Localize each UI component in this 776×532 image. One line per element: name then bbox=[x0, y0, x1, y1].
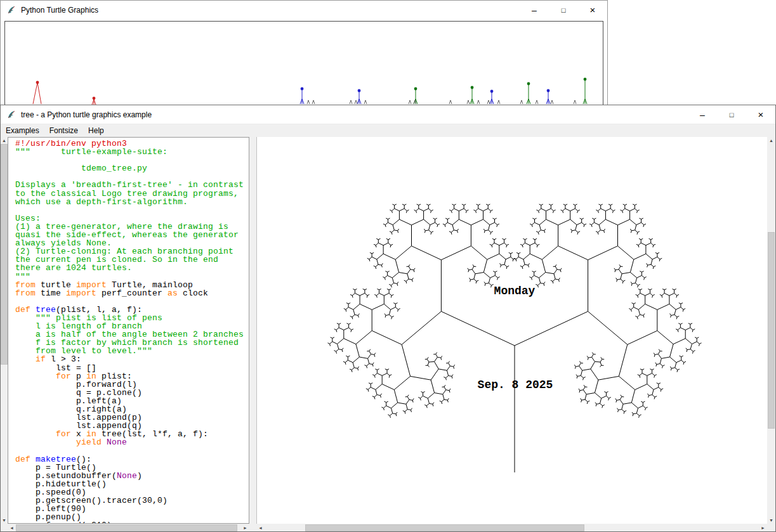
tk-feather-icon bbox=[6, 110, 16, 120]
menu-item-examples[interactable]: Examples bbox=[1, 125, 44, 136]
canvas-vscroll-thumb[interactable] bbox=[768, 232, 775, 429]
turtle-tick bbox=[449, 100, 452, 104]
turtle-canvas-svg: MondaySep. 8 2025 bbox=[257, 137, 768, 524]
scroll-down-icon[interactable]: ▼ bbox=[767, 517, 775, 524]
front-close-button[interactable]: × bbox=[746, 105, 775, 124]
scroll-up-icon[interactable]: ▲ bbox=[767, 137, 775, 144]
canvas-label: Monday bbox=[494, 285, 536, 297]
scroll-down-icon[interactable]: ▼ bbox=[1, 517, 8, 524]
turtle-sprite bbox=[92, 97, 96, 105]
scrollbar-corner bbox=[767, 524, 775, 532]
turtle-tick bbox=[497, 100, 500, 104]
scroll-left-icon[interactable]: ◄ bbox=[256, 524, 265, 532]
code-line: which use a depth-first-algorithm. bbox=[15, 198, 244, 206]
pane-sash[interactable] bbox=[249, 137, 256, 532]
turtle-tick bbox=[467, 100, 470, 104]
turtle-sprite bbox=[490, 90, 494, 104]
code-line: from time import perf_counter as clock bbox=[15, 289, 244, 297]
code-hscrollbar[interactable]: ◄ ► bbox=[8, 524, 249, 532]
turtle-tick bbox=[487, 100, 490, 104]
canvas-label: Sep. 8 2025 bbox=[478, 379, 553, 391]
scroll-right-icon[interactable]: ► bbox=[241, 524, 249, 532]
turtle-tick bbox=[355, 100, 357, 104]
code-area[interactable]: #!/usr/bin/env python3""" turtle-example… bbox=[8, 137, 249, 524]
menubar: Examples Fontsize Help bbox=[1, 124, 775, 137]
front-window-title: tree - a Python turtle graphics example bbox=[21, 110, 152, 119]
code-line: """ turtle-example-suite: bbox=[15, 148, 244, 156]
scroll-up-icon[interactable]: ▲ bbox=[1, 137, 8, 144]
back-minimize-button[interactable]: – bbox=[520, 1, 549, 19]
canvas-vscrollbar[interactable]: ▲ ▼ bbox=[767, 137, 775, 524]
turtle-canvas: MondaySep. 8 2025 bbox=[256, 137, 767, 524]
front-window-controls: – □ × bbox=[688, 105, 775, 124]
turtle-sprite bbox=[300, 88, 304, 104]
turtle-tick bbox=[350, 100, 352, 104]
back-close-button[interactable]: × bbox=[578, 1, 607, 19]
code-hscroll-thumb[interactable] bbox=[16, 524, 237, 531]
code-vscroll-thumb[interactable] bbox=[1, 144, 8, 365]
turtle-sprite bbox=[583, 78, 587, 104]
front-work-area: ▲ ▼ #!/usr/bin/env python3""" turtle-exa… bbox=[1, 137, 775, 532]
code-line: there are 1024 turtles. bbox=[15, 264, 244, 272]
fractal-tree-path bbox=[328, 204, 702, 472]
back-window-controls: – □ × bbox=[520, 1, 607, 19]
canvas-hscrollbar[interactable]: ◄ ► bbox=[256, 524, 767, 532]
turtle-sprite bbox=[33, 81, 41, 104]
code-line: yield None bbox=[15, 438, 244, 446]
front-maximize-button[interactable]: □ bbox=[717, 105, 746, 124]
scroll-right-icon[interactable]: ► bbox=[759, 524, 767, 532]
scrollbar-corner bbox=[1, 524, 8, 532]
front-titlebar: tree - a Python turtle graphics example … bbox=[1, 105, 775, 124]
turtle-tick bbox=[312, 100, 315, 104]
turtle-tick bbox=[364, 100, 367, 104]
front-minimize-button[interactable]: – bbox=[688, 105, 717, 124]
canvas-hscroll-thumb[interactable] bbox=[305, 524, 584, 531]
back-titlebar: Python Turtle Graphics – □ × bbox=[1, 1, 607, 19]
turtle-sprite bbox=[527, 82, 530, 104]
turtle-tick bbox=[536, 100, 538, 104]
turtle-sprite bbox=[357, 89, 361, 104]
turtle-tick bbox=[409, 100, 411, 104]
back-window-title: Python Turtle Graphics bbox=[21, 6, 98, 15]
turtle-tick bbox=[307, 100, 310, 104]
code-line bbox=[15, 206, 244, 214]
menu-item-help[interactable]: Help bbox=[83, 125, 109, 136]
code-vscrollbar[interactable]: ▲ ▼ bbox=[1, 137, 8, 524]
turtle-sprite bbox=[546, 89, 550, 104]
menu-item-fontsize[interactable]: Fontsize bbox=[44, 125, 83, 136]
tk-feather-icon bbox=[6, 5, 16, 15]
turtle-tick bbox=[574, 100, 576, 104]
turtle-tick bbox=[551, 100, 553, 104]
code-text: #!/usr/bin/env python3""" turtle-example… bbox=[15, 139, 244, 524]
turtle-tick bbox=[477, 100, 480, 104]
back-maximize-button[interactable]: □ bbox=[549, 1, 578, 19]
front-window: tree - a Python turtle graphics example … bbox=[0, 105, 776, 532]
turtle-tick bbox=[520, 100, 523, 104]
code-line: tdemo_tree.py bbox=[15, 164, 244, 172]
scroll-left-icon[interactable]: ◄ bbox=[8, 524, 16, 532]
turtle-sprite bbox=[470, 86, 474, 104]
